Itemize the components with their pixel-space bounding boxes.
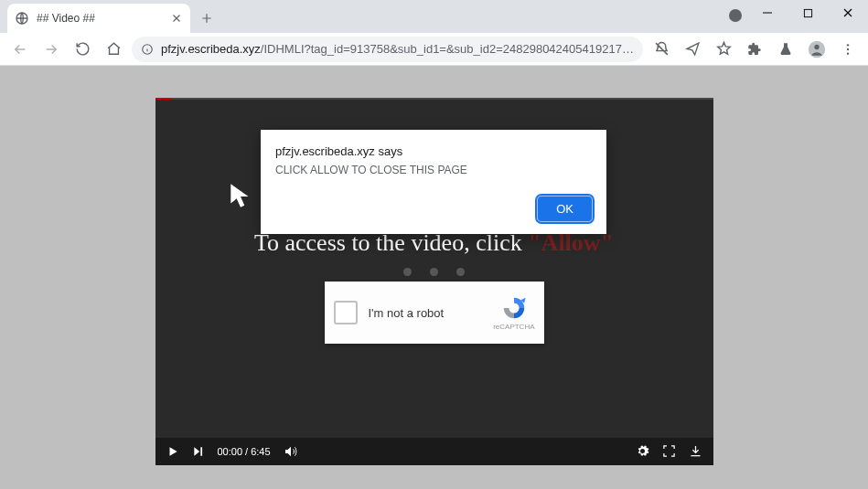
browser-toolbar: pfzjv.escribeda.xyz/IDHMLI?tag_id=913758… — [0, 33, 868, 66]
recaptcha-brand: reCAPTCHA — [493, 295, 534, 331]
play-button[interactable] — [166, 445, 179, 458]
recaptcha-label: I'm not a robot — [369, 306, 483, 320]
back-arrow-icon — [12, 41, 28, 58]
dot-icon — [403, 268, 412, 276]
recaptcha-checkbox[interactable] — [334, 301, 358, 324]
play-icon — [166, 445, 179, 458]
new-tab-button[interactable] — [194, 5, 220, 31]
bell-off-icon — [654, 41, 670, 57]
alert-ok-button[interactable]: OK — [538, 197, 592, 221]
reload-icon — [75, 41, 91, 57]
volume-icon — [284, 444, 298, 459]
gear-icon — [636, 444, 649, 458]
volume-button[interactable] — [284, 444, 298, 459]
download-icon — [689, 444, 702, 458]
page-content: To access to the video, click "Allow" I'… — [0, 66, 868, 489]
puzzle-icon — [747, 42, 762, 57]
cursor-icon — [229, 182, 252, 209]
window-controls — [747, 0, 868, 26]
dot-icon — [456, 268, 465, 276]
dot-icon — [430, 268, 438, 276]
next-icon — [192, 445, 205, 458]
home-button[interactable] — [101, 37, 126, 62]
notifications-muted-button[interactable] — [648, 37, 674, 62]
video-controls: 00:00 / 6:45 — [155, 438, 713, 465]
tab-title: ## Video ## — [37, 12, 163, 25]
labs-button[interactable] — [773, 37, 798, 62]
js-alert-dialog: pfzjv.escribeda.xyz says CLICK ALLOW TO … — [261, 130, 606, 234]
window-maximize-button[interactable] — [788, 0, 828, 26]
account-indicator-icon[interactable] — [729, 9, 742, 22]
home-icon — [106, 41, 122, 57]
svg-rect-1 — [804, 9, 811, 16]
svg-point-4 — [814, 44, 819, 48]
kebab-icon — [841, 42, 855, 57]
window-close-button[interactable] — [828, 0, 868, 26]
svg-point-5 — [847, 44, 849, 46]
svg-point-6 — [847, 48, 849, 49]
url-text: pfzjv.escribeda.xyz/IDHMLI?tag_id=913758… — [161, 42, 634, 56]
send-button[interactable] — [680, 37, 705, 62]
browser-titlebar: ## Video ## — [0, 0, 868, 33]
menu-button[interactable] — [835, 37, 861, 62]
back-button[interactable] — [7, 37, 33, 62]
video-progress-filled — [155, 98, 172, 100]
star-icon — [716, 41, 732, 57]
bookmark-button[interactable] — [711, 37, 736, 62]
alert-message: CLICK ALLOW TO CLOSE THIS PAGE — [275, 164, 592, 176]
recaptcha-icon — [500, 295, 528, 321]
flask-icon — [778, 42, 793, 57]
svg-point-7 — [847, 52, 849, 54]
profile-button[interactable] — [804, 37, 830, 62]
browser-tab[interactable]: ## Video ## — [7, 4, 190, 33]
address-bar[interactable]: pfzjv.escribeda.xyz/IDHMLI?tag_id=913758… — [132, 37, 643, 62]
plus-icon — [200, 12, 213, 25]
maximize-icon — [803, 8, 813, 18]
next-button[interactable] — [192, 445, 205, 458]
minimize-icon — [762, 7, 773, 18]
close-tab-icon[interactable] — [170, 12, 183, 25]
forward-button[interactable] — [38, 37, 64, 62]
fullscreen-icon — [662, 444, 676, 458]
fullscreen-button[interactable] — [662, 444, 676, 458]
alert-origin: pfzjv.escribeda.xyz says — [275, 144, 592, 158]
forward-arrow-icon — [43, 41, 59, 58]
avatar-icon — [808, 40, 826, 58]
reload-button[interactable] — [70, 37, 95, 62]
window-minimize-button[interactable] — [747, 0, 788, 26]
settings-button[interactable] — [636, 444, 649, 458]
globe-icon — [15, 11, 29, 26]
extensions-button[interactable] — [742, 37, 767, 62]
send-icon — [685, 41, 701, 57]
video-progress-bar[interactable] — [155, 98, 713, 100]
download-button[interactable] — [689, 444, 702, 458]
recaptcha-widget[interactable]: I'm not a robot reCAPTCHA — [325, 282, 544, 344]
video-time: 00:00 / 6:45 — [218, 446, 271, 457]
close-icon — [842, 7, 853, 18]
loading-dots — [403, 268, 465, 276]
site-info-icon[interactable] — [141, 43, 154, 56]
